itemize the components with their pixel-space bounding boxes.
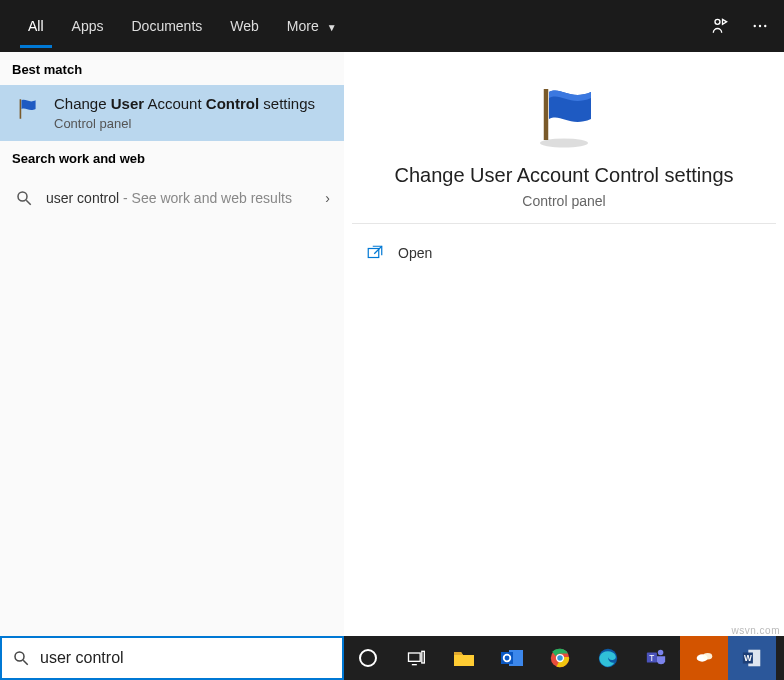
best-match-header: Best match xyxy=(0,52,344,85)
file-explorer-icon[interactable] xyxy=(440,636,488,680)
preview-column: Change User Account Control settings Con… xyxy=(344,52,784,636)
word-icon[interactable]: W xyxy=(728,636,776,680)
svg-text:W: W xyxy=(744,654,752,663)
bm-pre: Change xyxy=(54,95,111,112)
uac-flag-icon-large xyxy=(528,80,600,152)
taskbar-icons: T W xyxy=(344,636,776,680)
best-match-title: Change User Account Control settings xyxy=(54,95,315,112)
svg-point-25 xyxy=(703,653,712,659)
cortana-icon[interactable] xyxy=(344,636,392,680)
topbar-right xyxy=(710,16,770,36)
web-search-result[interactable]: user control - See work and web results … xyxy=(0,174,344,222)
search-icon xyxy=(12,649,30,667)
svg-text:T: T xyxy=(649,654,654,663)
svg-rect-10 xyxy=(409,653,421,661)
search-body: Best match Change User Account Control s… xyxy=(0,52,784,636)
best-match-result[interactable]: Change User Account Control settings Con… xyxy=(0,85,344,141)
open-icon xyxy=(366,244,384,262)
bm-b1: User xyxy=(111,95,144,112)
search-filter-bar: All Apps Documents Web More ▼ xyxy=(0,0,784,52)
tab-more[interactable]: More ▼ xyxy=(273,4,351,48)
results-column: Best match Change User Account Control s… xyxy=(0,52,344,636)
tab-web[interactable]: Web xyxy=(216,4,273,48)
tab-documents[interactable]: Documents xyxy=(117,4,216,48)
bm-post: settings xyxy=(259,95,315,112)
open-label: Open xyxy=(398,245,432,261)
web-query: user control xyxy=(46,190,119,206)
search-input[interactable] xyxy=(40,649,332,667)
edge-icon[interactable] xyxy=(584,636,632,680)
teams-icon[interactable]: T xyxy=(632,636,680,680)
svg-point-4 xyxy=(18,192,27,201)
svg-line-5 xyxy=(26,200,31,205)
tab-more-label: More xyxy=(287,18,319,34)
filter-tabs: All Apps Documents Web More ▼ xyxy=(14,4,351,48)
svg-line-9 xyxy=(23,660,28,665)
preview-card: Change User Account Control settings Con… xyxy=(352,60,776,224)
open-action[interactable]: Open xyxy=(362,234,766,272)
uac-flag-icon xyxy=(14,95,42,123)
watermark: wsvn.com xyxy=(732,625,780,636)
svg-point-23 xyxy=(658,650,664,656)
best-match-text: Change User Account Control settings Con… xyxy=(54,95,315,131)
taskbar: T W xyxy=(0,636,784,680)
svg-rect-15 xyxy=(501,652,513,664)
bm-b2: Control xyxy=(206,95,259,112)
tab-all[interactable]: All xyxy=(14,4,58,48)
web-result-text: user control - See work and web results xyxy=(46,190,292,206)
svg-point-1 xyxy=(754,25,756,27)
chrome-icon[interactable] xyxy=(536,636,584,680)
svg-point-19 xyxy=(557,655,563,661)
svg-point-8 xyxy=(15,652,24,661)
feedback-icon[interactable] xyxy=(710,16,730,36)
bm-mid: Account xyxy=(144,95,206,112)
outlook-icon[interactable] xyxy=(488,636,536,680)
work-web-header: Search work and web xyxy=(0,141,344,174)
task-view-icon[interactable] xyxy=(392,636,440,680)
preview-sub: Control panel xyxy=(522,193,605,209)
app-icon-orange[interactable] xyxy=(680,636,728,680)
svg-point-3 xyxy=(764,25,766,27)
chevron-right-icon: › xyxy=(325,190,330,206)
best-match-sub: Control panel xyxy=(54,116,315,131)
preview-actions: Open xyxy=(344,224,784,282)
search-box[interactable] xyxy=(0,636,344,680)
preview-title: Change User Account Control settings xyxy=(394,164,733,187)
svg-rect-7 xyxy=(368,249,379,258)
svg-point-2 xyxy=(759,25,761,27)
search-icon xyxy=(14,188,34,208)
tab-apps[interactable]: Apps xyxy=(58,4,118,48)
svg-point-0 xyxy=(715,19,720,24)
more-options-icon[interactable] xyxy=(750,16,770,36)
web-suffix: - See work and web results xyxy=(119,190,292,206)
chevron-down-icon: ▼ xyxy=(327,22,337,33)
svg-rect-12 xyxy=(422,651,425,663)
